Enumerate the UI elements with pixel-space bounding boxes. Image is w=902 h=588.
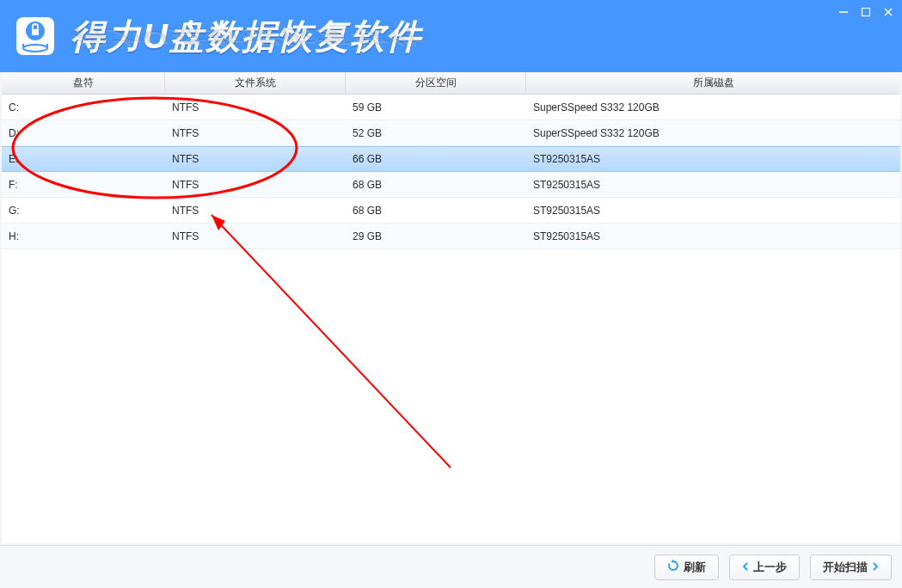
header-disk[interactable]: 所属磁盘 (526, 72, 900, 94)
cell-disk: SuperSSpeed S332 120GB (526, 101, 900, 113)
chevron-left-icon (742, 561, 749, 573)
table-row[interactable]: F:NTFS68 GBST9250315AS (2, 172, 900, 198)
refresh-button[interactable]: 刷新 (654, 554, 719, 580)
svg-rect-7 (862, 9, 870, 16)
prev-button[interactable]: 上一步 (729, 554, 800, 580)
cell-size: 29 GB (346, 230, 526, 242)
content-area: 盘符 文件系统 分区空间 所属磁盘 C:NTFS59 GBSuperSSpeed… (2, 72, 900, 543)
table-row[interactable]: G:NTFS68 GBST9250315AS (2, 198, 900, 224)
cell-filesystem: NTFS (165, 153, 346, 165)
cell-disk: SuperSSpeed S332 120GB (526, 127, 900, 139)
table-row[interactable]: E:NTFS66 GBST9250315AS (2, 146, 900, 172)
cell-filesystem: NTFS (165, 205, 346, 217)
scan-button[interactable]: 开始扫描 (810, 554, 892, 580)
svg-rect-5 (32, 29, 39, 35)
table-row[interactable]: D:NTFS52 GBSuperSSpeed S332 120GB (2, 120, 900, 146)
table-body: C:NTFS59 GBSuperSSpeed S332 120GBD:NTFS5… (2, 95, 900, 543)
cell-disk: ST9250315AS (526, 153, 900, 165)
cell-filesystem: NTFS (165, 127, 346, 139)
refresh-label: 刷新 (684, 560, 706, 575)
close-button[interactable] (881, 5, 895, 19)
cell-size: 68 GB (346, 179, 526, 191)
table-row[interactable]: C:NTFS59 GBSuperSSpeed S332 120GB (2, 95, 900, 120)
cell-size: 59 GB (346, 101, 526, 113)
table-row[interactable]: H:NTFS29 GBST9250315AS (2, 224, 900, 249)
refresh-icon (667, 560, 679, 574)
cell-disk: ST9250315AS (526, 205, 900, 217)
header-drive[interactable]: 盘符 (2, 72, 165, 94)
cell-disk: ST9250315AS (526, 179, 900, 191)
minimize-button[interactable] (837, 5, 850, 19)
cell-filesystem: NTFS (165, 179, 346, 191)
app-title: 得力U盘数据恢复软件 (71, 13, 422, 60)
prev-label: 上一步 (753, 560, 787, 575)
footer-bar: 刷新 上一步 开始扫描 (0, 545, 902, 588)
cell-filesystem: NTFS (165, 101, 346, 113)
window-controls (837, 5, 895, 19)
chevron-right-icon (872, 561, 879, 573)
cell-size: 68 GB (346, 205, 526, 217)
cell-drive: H: (2, 230, 165, 242)
scan-label: 开始扫描 (823, 560, 868, 575)
cell-disk: ST9250315AS (526, 230, 900, 242)
svg-marker-13 (672, 560, 674, 563)
cell-drive: E: (2, 153, 165, 165)
cell-drive: F: (2, 179, 165, 191)
titlebar: 得力U盘数据恢复软件 (0, 0, 902, 72)
cell-drive: G: (2, 205, 165, 217)
cell-drive: C: (2, 101, 165, 113)
cell-drive: D: (2, 127, 165, 139)
table-header: 盘符 文件系统 分区空间 所属磁盘 (2, 72, 900, 95)
cell-filesystem: NTFS (165, 230, 346, 242)
maximize-button[interactable] (859, 5, 873, 19)
header-size[interactable]: 分区空间 (346, 72, 526, 94)
header-filesystem[interactable]: 文件系统 (165, 72, 346, 94)
cell-size: 66 GB (346, 153, 526, 165)
app-logo-icon (13, 14, 58, 58)
cell-size: 52 GB (346, 127, 526, 139)
app-window: 得力U盘数据恢复软件 盘符 文件系统 分区空间 所属磁盘 C:NTFS59 GB… (0, 0, 902, 588)
